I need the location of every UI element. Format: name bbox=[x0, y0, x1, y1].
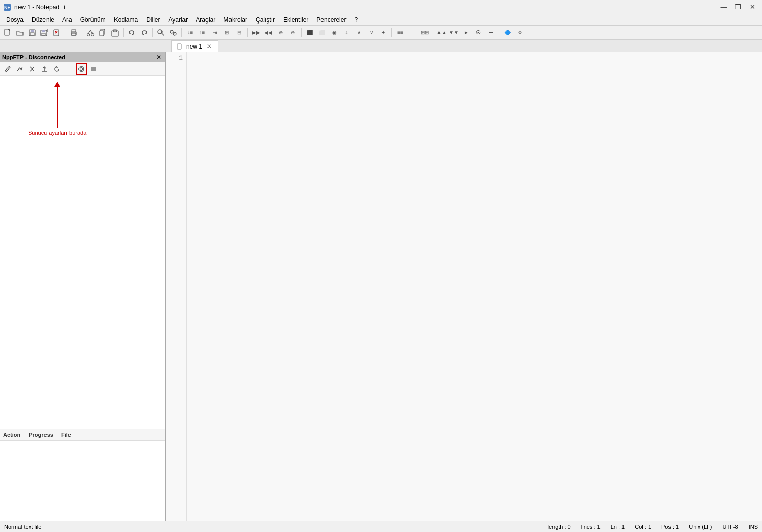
bottom-tab-file[interactable]: File bbox=[61, 432, 71, 438]
menu-kodlama[interactable]: Kodlama bbox=[110, 15, 142, 25]
undo-button[interactable] bbox=[126, 27, 137, 38]
bottom-tab-action[interactable]: Action bbox=[3, 432, 20, 438]
tb-btn-20[interactable]: ▲▲ bbox=[436, 27, 447, 38]
arrow-up-icon bbox=[54, 82, 60, 87]
close-doc-button[interactable] bbox=[51, 27, 62, 38]
nppftp-abort-button[interactable] bbox=[63, 63, 75, 75]
tab-label: new 1 bbox=[186, 43, 202, 50]
nppftp-disconnect-button[interactable] bbox=[27, 63, 38, 75]
tb-btn-4[interactable]: ⊞ bbox=[221, 27, 233, 38]
tb-btn-24[interactable]: ☰ bbox=[485, 27, 496, 38]
status-bar: Normal text file length : 0 lines : 1 Ln… bbox=[0, 521, 762, 532]
tb-btn-26[interactable]: ⚙ bbox=[514, 27, 525, 38]
close-button[interactable]: ✕ bbox=[746, 2, 759, 12]
menu-duzenle[interactable]: Düzenle bbox=[28, 15, 58, 25]
tb-btn-23[interactable]: ⦿ bbox=[473, 27, 484, 38]
svg-rect-5 bbox=[31, 30, 34, 32]
tb-btn-19[interactable]: ⊞⊞ bbox=[419, 27, 430, 38]
tb-btn-12[interactable]: ◉ bbox=[329, 27, 340, 38]
tb-btn-14[interactable]: ∧ bbox=[353, 27, 364, 38]
nppftp-bottom-panel: Action Progress File bbox=[0, 429, 165, 521]
copy-button[interactable] bbox=[97, 27, 108, 38]
menu-ara[interactable]: Ara bbox=[58, 15, 76, 25]
tb-btn-7[interactable]: ◀◀ bbox=[263, 27, 274, 38]
tb-btn-15[interactable]: ∨ bbox=[365, 27, 377, 38]
editor-area[interactable]: 1 bbox=[166, 52, 762, 521]
editor-text[interactable] bbox=[187, 52, 762, 521]
tb-btn-1[interactable]: ↓≡ bbox=[184, 27, 196, 38]
editor-content[interactable]: 1 bbox=[166, 52, 762, 521]
save-button[interactable] bbox=[27, 27, 38, 38]
tab-new1[interactable]: new 1 ✕ bbox=[171, 40, 218, 52]
main-area: NppFTP - Disconnected ✕ bbox=[0, 52, 762, 521]
separator-9 bbox=[433, 28, 433, 37]
tb-btn-25[interactable]: 🔷 bbox=[502, 27, 513, 38]
menu-help[interactable]: ? bbox=[350, 15, 362, 25]
line-ending-label: Unix (LF) bbox=[689, 524, 712, 530]
menu-dosya[interactable]: Dosya bbox=[2, 15, 28, 25]
tb-btn-13[interactable]: ↕ bbox=[341, 27, 352, 38]
nppftp-file-tree[interactable]: Sunucu ayarları burada bbox=[0, 76, 165, 429]
nppftp-refresh-button[interactable] bbox=[51, 63, 62, 75]
tab-close-button[interactable]: ✕ bbox=[205, 43, 213, 50]
nppftp-upload-button[interactable] bbox=[39, 63, 50, 75]
find-button[interactable] bbox=[155, 27, 167, 38]
tb-btn-17[interactable]: ≡≡ bbox=[395, 27, 406, 38]
svg-text:N+: N+ bbox=[4, 5, 10, 10]
tb-btn-18[interactable]: ≣ bbox=[407, 27, 418, 38]
tb-btn-2[interactable]: ↑≡ bbox=[197, 27, 208, 38]
replace-button[interactable] bbox=[168, 27, 179, 38]
redo-button[interactable] bbox=[138, 27, 150, 38]
line-number-1: 1 bbox=[166, 54, 183, 62]
paste-button[interactable] bbox=[109, 27, 121, 38]
tb-btn-11[interactable]: ⬜ bbox=[316, 27, 328, 38]
new-button[interactable] bbox=[2, 27, 13, 38]
print-button[interactable] bbox=[68, 27, 79, 38]
tb-btn-22[interactable]: ► bbox=[460, 27, 472, 38]
tb-btn-6[interactable]: ▶▶ bbox=[250, 27, 262, 38]
tb-btn-8[interactable]: ⊕ bbox=[275, 27, 286, 38]
separator-6 bbox=[247, 28, 248, 37]
separator-5 bbox=[181, 28, 182, 37]
tb-btn-16[interactable]: ✦ bbox=[378, 27, 389, 38]
line-numbers: 1 bbox=[166, 52, 187, 521]
bottom-tab-progress[interactable]: Progress bbox=[29, 432, 53, 438]
nppftp-listview-button[interactable] bbox=[88, 63, 99, 75]
menu-makrolar[interactable]: Makrolar bbox=[219, 15, 251, 25]
save-all-button[interactable] bbox=[39, 27, 50, 38]
annotation-label: Sunucu ayarları burada bbox=[28, 130, 86, 136]
menu-gorunum[interactable]: Görünüm bbox=[76, 15, 110, 25]
restore-button[interactable]: ❐ bbox=[731, 2, 745, 12]
menu-eklentiler[interactable]: Eklentiler bbox=[279, 15, 312, 25]
menu-pencereler[interactable]: Pencereler bbox=[312, 15, 350, 25]
tb-btn-10[interactable]: ⬛ bbox=[304, 27, 315, 38]
menu-ayarlar[interactable]: Ayarlar bbox=[164, 15, 192, 25]
tb-btn-3[interactable]: ⇥ bbox=[209, 27, 220, 38]
pos-label: Pos : 1 bbox=[661, 524, 679, 530]
open-button[interactable] bbox=[14, 27, 26, 38]
separator-3 bbox=[123, 28, 124, 37]
nppftp-connect-button[interactable] bbox=[14, 63, 26, 75]
menu-araclar[interactable]: Araçlar bbox=[192, 15, 219, 25]
text-cursor bbox=[190, 55, 190, 62]
svg-rect-22 bbox=[100, 31, 104, 36]
menu-calistir[interactable]: Çalıştır bbox=[251, 15, 279, 25]
cut-button[interactable] bbox=[85, 27, 96, 38]
separator-1 bbox=[65, 28, 65, 37]
minimize-button[interactable]: — bbox=[717, 2, 730, 12]
status-file-type: Normal text file bbox=[4, 524, 41, 530]
window-title: new 1 - Notepad++ bbox=[14, 4, 66, 11]
nppftp-close-button[interactable]: ✕ bbox=[155, 53, 163, 61]
nppftp-settings-button[interactable] bbox=[76, 63, 87, 75]
tb-btn-9[interactable]: ⊖ bbox=[287, 27, 298, 38]
menu-diller[interactable]: Diller bbox=[142, 15, 164, 25]
svg-rect-2 bbox=[5, 29, 9, 35]
tb-btn-21[interactable]: ▼▼ bbox=[448, 27, 459, 38]
nppftp-edit-button[interactable] bbox=[2, 63, 13, 75]
tb-btn-5[interactable]: ⊟ bbox=[234, 27, 245, 38]
svg-rect-8 bbox=[42, 30, 45, 32]
app-icon: N+ bbox=[3, 3, 11, 11]
encoding-label: UTF-8 bbox=[722, 524, 738, 530]
nppftp-toolbar bbox=[0, 62, 165, 76]
svg-point-37 bbox=[80, 67, 83, 70]
